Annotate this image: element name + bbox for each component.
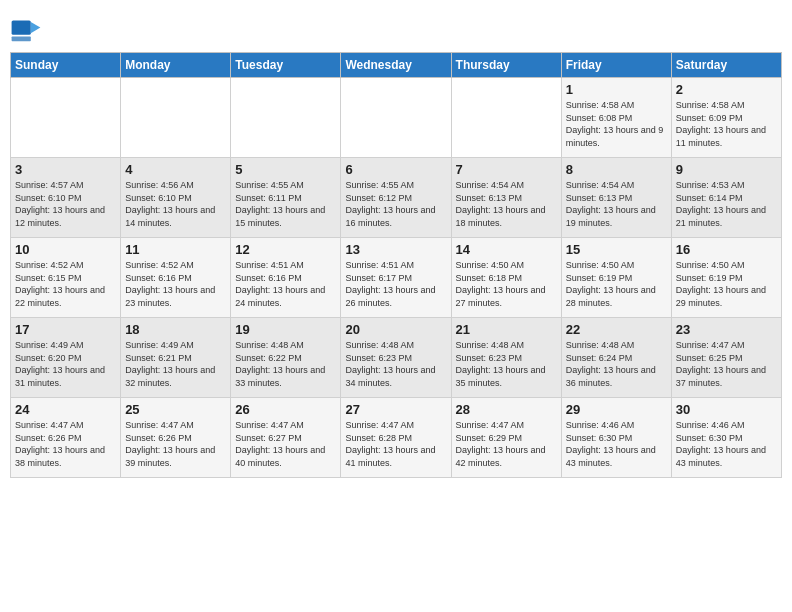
day-content: Sunrise: 4:48 AM Sunset: 6:23 PM Dayligh… xyxy=(456,339,557,389)
day-content: Sunrise: 4:47 AM Sunset: 6:26 PM Dayligh… xyxy=(15,419,116,469)
calendar-cell: 29Sunrise: 4:46 AM Sunset: 6:30 PM Dayli… xyxy=(561,398,671,478)
day-content: Sunrise: 4:48 AM Sunset: 6:24 PM Dayligh… xyxy=(566,339,667,389)
day-number: 26 xyxy=(235,402,336,417)
calendar-cell: 3Sunrise: 4:57 AM Sunset: 6:10 PM Daylig… xyxy=(11,158,121,238)
day-content: Sunrise: 4:47 AM Sunset: 6:29 PM Dayligh… xyxy=(456,419,557,469)
calendar-cell: 24Sunrise: 4:47 AM Sunset: 6:26 PM Dayli… xyxy=(11,398,121,478)
day-number: 15 xyxy=(566,242,667,257)
day-number: 22 xyxy=(566,322,667,337)
logo-icon xyxy=(10,14,42,46)
day-content: Sunrise: 4:54 AM Sunset: 6:13 PM Dayligh… xyxy=(456,179,557,229)
day-content: Sunrise: 4:58 AM Sunset: 6:08 PM Dayligh… xyxy=(566,99,667,149)
calendar-cell: 14Sunrise: 4:50 AM Sunset: 6:18 PM Dayli… xyxy=(451,238,561,318)
calendar-cell: 19Sunrise: 4:48 AM Sunset: 6:22 PM Dayli… xyxy=(231,318,341,398)
day-header-tuesday: Tuesday xyxy=(231,53,341,78)
week-row-2: 3Sunrise: 4:57 AM Sunset: 6:10 PM Daylig… xyxy=(11,158,782,238)
day-content: Sunrise: 4:47 AM Sunset: 6:25 PM Dayligh… xyxy=(676,339,777,389)
day-content: Sunrise: 4:49 AM Sunset: 6:21 PM Dayligh… xyxy=(125,339,226,389)
calendar-cell: 12Sunrise: 4:51 AM Sunset: 6:16 PM Dayli… xyxy=(231,238,341,318)
day-content: Sunrise: 4:53 AM Sunset: 6:14 PM Dayligh… xyxy=(676,179,777,229)
day-number: 8 xyxy=(566,162,667,177)
day-number: 16 xyxy=(676,242,777,257)
day-content: Sunrise: 4:50 AM Sunset: 6:18 PM Dayligh… xyxy=(456,259,557,309)
day-content: Sunrise: 4:50 AM Sunset: 6:19 PM Dayligh… xyxy=(676,259,777,309)
day-number: 14 xyxy=(456,242,557,257)
header-row: SundayMondayTuesdayWednesdayThursdayFrid… xyxy=(11,53,782,78)
calendar-cell: 6Sunrise: 4:55 AM Sunset: 6:12 PM Daylig… xyxy=(341,158,451,238)
calendar-cell: 20Sunrise: 4:48 AM Sunset: 6:23 PM Dayli… xyxy=(341,318,451,398)
day-content: Sunrise: 4:51 AM Sunset: 6:17 PM Dayligh… xyxy=(345,259,446,309)
calendar-cell: 16Sunrise: 4:50 AM Sunset: 6:19 PM Dayli… xyxy=(671,238,781,318)
day-number: 7 xyxy=(456,162,557,177)
day-content: Sunrise: 4:46 AM Sunset: 6:30 PM Dayligh… xyxy=(676,419,777,469)
calendar-cell xyxy=(231,78,341,158)
day-content: Sunrise: 4:49 AM Sunset: 6:20 PM Dayligh… xyxy=(15,339,116,389)
day-number: 10 xyxy=(15,242,116,257)
day-number: 17 xyxy=(15,322,116,337)
calendar-cell xyxy=(121,78,231,158)
day-number: 5 xyxy=(235,162,336,177)
day-header-thursday: Thursday xyxy=(451,53,561,78)
calendar-cell: 22Sunrise: 4:48 AM Sunset: 6:24 PM Dayli… xyxy=(561,318,671,398)
svg-rect-0 xyxy=(12,20,31,34)
logo xyxy=(10,14,46,46)
day-content: Sunrise: 4:52 AM Sunset: 6:15 PM Dayligh… xyxy=(15,259,116,309)
day-number: 13 xyxy=(345,242,446,257)
day-header-sunday: Sunday xyxy=(11,53,121,78)
calendar-cell: 30Sunrise: 4:46 AM Sunset: 6:30 PM Dayli… xyxy=(671,398,781,478)
day-content: Sunrise: 4:55 AM Sunset: 6:12 PM Dayligh… xyxy=(345,179,446,229)
day-content: Sunrise: 4:51 AM Sunset: 6:16 PM Dayligh… xyxy=(235,259,336,309)
calendar-cell: 1Sunrise: 4:58 AM Sunset: 6:08 PM Daylig… xyxy=(561,78,671,158)
day-content: Sunrise: 4:54 AM Sunset: 6:13 PM Dayligh… xyxy=(566,179,667,229)
day-content: Sunrise: 4:50 AM Sunset: 6:19 PM Dayligh… xyxy=(566,259,667,309)
day-number: 3 xyxy=(15,162,116,177)
calendar-cell xyxy=(11,78,121,158)
day-content: Sunrise: 4:48 AM Sunset: 6:22 PM Dayligh… xyxy=(235,339,336,389)
calendar-cell: 17Sunrise: 4:49 AM Sunset: 6:20 PM Dayli… xyxy=(11,318,121,398)
week-row-5: 24Sunrise: 4:47 AM Sunset: 6:26 PM Dayli… xyxy=(11,398,782,478)
day-header-monday: Monday xyxy=(121,53,231,78)
day-number: 6 xyxy=(345,162,446,177)
day-number: 4 xyxy=(125,162,226,177)
calendar-cell: 11Sunrise: 4:52 AM Sunset: 6:16 PM Dayli… xyxy=(121,238,231,318)
header xyxy=(10,10,782,46)
day-number: 9 xyxy=(676,162,777,177)
calendar-cell: 21Sunrise: 4:48 AM Sunset: 6:23 PM Dayli… xyxy=(451,318,561,398)
calendar-cell: 27Sunrise: 4:47 AM Sunset: 6:28 PM Dayli… xyxy=(341,398,451,478)
day-number: 19 xyxy=(235,322,336,337)
calendar-cell: 18Sunrise: 4:49 AM Sunset: 6:21 PM Dayli… xyxy=(121,318,231,398)
calendar-cell: 10Sunrise: 4:52 AM Sunset: 6:15 PM Dayli… xyxy=(11,238,121,318)
day-number: 20 xyxy=(345,322,446,337)
day-content: Sunrise: 4:56 AM Sunset: 6:10 PM Dayligh… xyxy=(125,179,226,229)
calendar-cell: 8Sunrise: 4:54 AM Sunset: 6:13 PM Daylig… xyxy=(561,158,671,238)
calendar-cell: 5Sunrise: 4:55 AM Sunset: 6:11 PM Daylig… xyxy=(231,158,341,238)
day-number: 21 xyxy=(456,322,557,337)
svg-rect-2 xyxy=(12,36,31,41)
day-number: 27 xyxy=(345,402,446,417)
week-row-1: 1Sunrise: 4:58 AM Sunset: 6:08 PM Daylig… xyxy=(11,78,782,158)
day-number: 1 xyxy=(566,82,667,97)
week-row-4: 17Sunrise: 4:49 AM Sunset: 6:20 PM Dayli… xyxy=(11,318,782,398)
calendar-cell xyxy=(451,78,561,158)
day-header-friday: Friday xyxy=(561,53,671,78)
day-number: 23 xyxy=(676,322,777,337)
calendar-cell: 4Sunrise: 4:56 AM Sunset: 6:10 PM Daylig… xyxy=(121,158,231,238)
day-number: 18 xyxy=(125,322,226,337)
day-content: Sunrise: 4:55 AM Sunset: 6:11 PM Dayligh… xyxy=(235,179,336,229)
week-row-3: 10Sunrise: 4:52 AM Sunset: 6:15 PM Dayli… xyxy=(11,238,782,318)
day-content: Sunrise: 4:47 AM Sunset: 6:27 PM Dayligh… xyxy=(235,419,336,469)
day-header-saturday: Saturday xyxy=(671,53,781,78)
day-number: 2 xyxy=(676,82,777,97)
calendar-table: SundayMondayTuesdayWednesdayThursdayFrid… xyxy=(10,52,782,478)
day-number: 28 xyxy=(456,402,557,417)
day-number: 24 xyxy=(15,402,116,417)
day-number: 29 xyxy=(566,402,667,417)
day-content: Sunrise: 4:58 AM Sunset: 6:09 PM Dayligh… xyxy=(676,99,777,149)
calendar-cell: 15Sunrise: 4:50 AM Sunset: 6:19 PM Dayli… xyxy=(561,238,671,318)
calendar-cell: 23Sunrise: 4:47 AM Sunset: 6:25 PM Dayli… xyxy=(671,318,781,398)
day-header-wednesday: Wednesday xyxy=(341,53,451,78)
day-number: 12 xyxy=(235,242,336,257)
calendar-cell: 9Sunrise: 4:53 AM Sunset: 6:14 PM Daylig… xyxy=(671,158,781,238)
day-number: 25 xyxy=(125,402,226,417)
calendar-cell: 25Sunrise: 4:47 AM Sunset: 6:26 PM Dayli… xyxy=(121,398,231,478)
